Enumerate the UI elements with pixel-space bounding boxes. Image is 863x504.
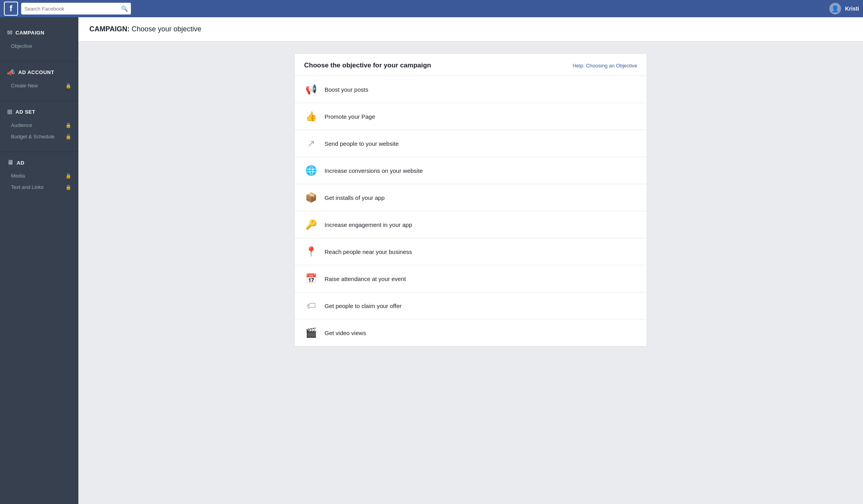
username-label: Kristi [845,5,859,12]
sidebar-item-create-new-label: Create New [11,83,38,89]
help-link[interactable]: Help: Choosing an Objective [573,63,637,69]
objective-icon-promote-page: 👍 [304,109,318,123]
sidebar-section-ad-set: ⊞ AD SET Audience 🔒 Budget & Schedule 🔒 [0,104,78,142]
objective-row-app-engagement[interactable]: 🔑Increase engagement in your app [295,211,647,238]
lock-icon-budget: 🔒 [65,134,71,140]
objective-label-send-website: Send people to your website [325,140,399,147]
sidebar-section-label-ad-account: AD ACCOUNT [18,69,54,75]
objective-icon-increase-conversions: 🌐 [304,163,318,178]
objective-label-event-responses: Raise attendance at your event [325,276,406,282]
objective-label-boost-posts: Boost your posts [325,86,368,93]
divider-3 [0,152,78,152]
top-navigation: f 🔍 👤 Kristi [0,0,863,17]
objective-label-increase-conversions: Increase conversions on your website [325,167,423,174]
search-input[interactable] [24,6,121,12]
sidebar-item-budget-schedule[interactable]: Budget & Schedule 🔒 [0,131,78,142]
page-body: Choose the objective for your campaign H… [78,42,863,504]
objective-label-video-views: Get video views [325,330,366,336]
objective-row-app-installs[interactable]: 📦Get installs of your app [295,184,647,211]
objective-row-promote-page[interactable]: 👍Promote your Page [295,103,647,130]
objective-icon-offer-claims: 🏷 [304,299,318,313]
sidebar-section-label-ad: AD [17,160,25,166]
sidebar-item-text-links-label: Text and Links [11,184,44,190]
page-header-rest: Choose your objective [130,25,201,33]
objective-icon-video-views: 🎬 [304,326,318,340]
sidebar-item-create-new[interactable]: Create New 🔒 [0,80,78,91]
divider-2 [0,101,78,101]
sidebar-item-objective[interactable]: Objective [0,40,78,52]
objective-label-app-installs: Get installs of your app [325,194,384,201]
objective-icon-app-engagement: 🔑 [304,218,318,232]
ad-icon: 🖥 [7,159,14,166]
ad-set-icon: ⊞ [7,108,13,116]
main-content: CAMPAIGN: Choose your objective Choose t… [78,17,863,504]
objective-row-local-awareness[interactable]: 📍Reach people near your business [295,238,647,265]
sidebar-header-ad-account: 📣 AD ACCOUNT [0,65,78,80]
nav-right: 👤 Kristi [829,3,859,15]
sidebar-header-ad: 🖥 AD [0,155,78,170]
ad-account-icon: 📣 [7,69,15,76]
objective-row-event-responses[interactable]: 📅Raise attendance at your event [295,265,647,292]
page-layout: ✉ CAMPAIGN Objective 📣 AD ACCOUNT Create… [0,17,863,504]
sidebar-section-label-campaign: CAMPAIGN [16,30,45,36]
objective-row-video-views[interactable]: 🎬Get video views [295,319,647,346]
sidebar-header-ad-set: ⊞ AD SET [0,104,78,120]
objective-icon-boost-posts: 📢 [304,82,318,96]
search-icon: 🔍 [121,5,128,12]
lock-icon-text-links: 🔒 [65,185,71,190]
sidebar-item-budget-label: Budget & Schedule [11,134,54,140]
lock-icon-media: 🔒 [65,173,71,179]
objective-card-title: Choose the objective for your campaign [304,62,431,69]
objective-row-boost-posts[interactable]: 📢Boost your posts [295,76,647,103]
sidebar-item-objective-label: Objective [11,43,32,49]
objective-icon-send-website: ↗ [304,136,318,150]
page-header-bold: CAMPAIGN: [89,25,130,33]
objective-label-app-engagement: Increase engagement in your app [325,221,412,228]
objective-label-promote-page: Promote your Page [325,113,375,120]
campaign-icon: ✉ [7,29,13,36]
facebook-logo: f [4,2,18,16]
sidebar-item-audience[interactable]: Audience 🔒 [0,120,78,131]
search-bar[interactable]: 🔍 [21,3,131,15]
objective-card-header: Choose the objective for your campaign H… [295,54,647,76]
objective-row-increase-conversions[interactable]: 🌐Increase conversions on your website [295,157,647,184]
sidebar-item-text-links[interactable]: Text and Links 🔒 [0,181,78,193]
objective-card: Choose the objective for your campaign H… [294,53,647,346]
sidebar-item-media-label: Media [11,173,25,179]
objective-rows-container: 📢Boost your posts👍Promote your Page↗Send… [295,76,647,346]
sidebar: ✉ CAMPAIGN Objective 📣 AD ACCOUNT Create… [0,17,78,504]
objective-icon-event-responses: 📅 [304,272,318,286]
objective-icon-app-installs: 📦 [304,190,318,205]
sidebar-item-media[interactable]: Media 🔒 [0,170,78,181]
sidebar-section-campaign: ✉ CAMPAIGN Objective [0,25,78,52]
sidebar-section-label-ad-set: AD SET [16,109,36,115]
divider-1 [0,61,78,62]
sidebar-section-ad-account: 📣 AD ACCOUNT Create New 🔒 [0,65,78,91]
lock-icon-audience: 🔒 [65,123,71,128]
lock-icon-create-new: 🔒 [65,83,71,89]
objective-label-offer-claims: Get people to claim your offer [325,303,402,309]
avatar: 👤 [829,3,841,15]
objective-row-send-website[interactable]: ↗Send people to your website [295,130,647,157]
objective-label-local-awareness: Reach people near your business [325,248,412,255]
sidebar-section-ad: 🖥 AD Media 🔒 Text and Links 🔒 [0,155,78,193]
objective-icon-local-awareness: 📍 [304,245,318,259]
sidebar-item-audience-label: Audience [11,122,32,128]
sidebar-header-campaign: ✉ CAMPAIGN [0,25,78,40]
page-header: CAMPAIGN: Choose your objective [78,17,863,42]
objective-row-offer-claims[interactable]: 🏷Get people to claim your offer [295,292,647,319]
